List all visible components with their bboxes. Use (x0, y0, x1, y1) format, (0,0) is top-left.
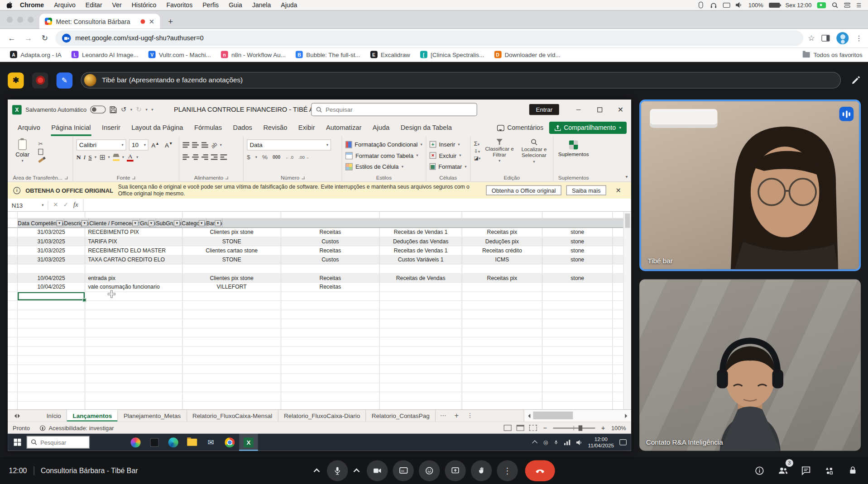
grid-cell[interactable] (182, 346, 281, 355)
more-sheets-icon[interactable]: ⋯ (436, 410, 451, 422)
cell-data-competencia[interactable] (18, 265, 85, 273)
menu-item[interactable]: Ajuda (276, 2, 302, 9)
address-bar[interactable]: meet.google.com/sxd-ugqf-shu?authuser=0 (55, 30, 803, 46)
grid-cell[interactable] (281, 356, 380, 364)
grid-cell[interactable] (380, 392, 462, 401)
clear-icon[interactable]: ◪▾ (474, 156, 481, 161)
sheet-nav-right-icon[interactable] (13, 410, 26, 422)
cell-categoria[interactable] (462, 283, 542, 291)
zoom-level[interactable]: 100% (611, 425, 626, 432)
cell-banco[interactable]: stone (542, 255, 613, 264)
table-header-cell[interactable]: Categoria ▼ (182, 218, 206, 228)
tray-volume-icon[interactable] (576, 440, 582, 445)
grid-cell[interactable] (462, 337, 542, 346)
cell-descricao[interactable]: TARIFA PIX (85, 237, 182, 246)
grid-cell[interactable] (462, 383, 542, 392)
grid-cell[interactable] (8, 274, 18, 282)
font-size-combo[interactable]: 10▾ (129, 139, 149, 150)
grid-cell[interactable] (542, 392, 613, 401)
cell-cliente-fornecedor[interactable]: Clientes pix stone (182, 274, 281, 282)
grid-cell[interactable] (380, 337, 462, 346)
filter-dropdown-icon[interactable]: ▼ (198, 220, 204, 226)
minimize-icon[interactable]: ─ (568, 100, 589, 119)
grid-cell[interactable] (8, 310, 18, 318)
mic-button[interactable] (327, 460, 348, 481)
borders-dropdown-icon[interactable]: ▾ (108, 155, 110, 159)
sheet-tab[interactable]: Lançamentos (67, 410, 118, 422)
grid-cell[interactable] (281, 292, 380, 300)
filter-dropdown-icon[interactable]: ▼ (132, 220, 138, 226)
excel-taskbar-icon[interactable]: X (239, 434, 258, 451)
align-left-icon[interactable] (182, 154, 189, 160)
cell-data-competencia[interactable]: 10/04/2025 (18, 283, 85, 291)
cell-descricao[interactable]: RECEBIMENTO ELO MASTER (85, 246, 182, 255)
ribbon-tab[interactable]: Layout da Página (126, 119, 189, 136)
font-color-dropdown-icon[interactable]: ▾ (136, 155, 138, 159)
grid-cell[interactable] (542, 328, 613, 337)
grid-cell[interactable] (542, 401, 613, 409)
grid-cell[interactable] (462, 365, 542, 373)
fill-color-dropdown-icon[interactable]: ▾ (122, 155, 124, 159)
filter-dropdown-icon[interactable]: ▼ (148, 220, 154, 226)
close-icon[interactable]: ✕ (610, 100, 631, 119)
bookmark-item[interactable]: n n8n - Workflow Au... (216, 49, 290, 60)
borders-icon[interactable]: ⊞ (99, 153, 105, 161)
menu-item[interactable]: Perfis (197, 2, 224, 9)
grid-cell[interactable] (380, 301, 462, 309)
grid-cell[interactable] (462, 319, 542, 328)
sheet-tab[interactable]: Relatorio_ContasPag (366, 410, 436, 422)
grid-cell[interactable] (462, 328, 542, 337)
grid-cell[interactable] (85, 392, 182, 401)
undo-dropdown-icon[interactable]: ▾ (130, 107, 132, 112)
grid-cell[interactable] (8, 374, 18, 383)
grid-cell[interactable] (462, 346, 542, 355)
grid-cell[interactable] (542, 374, 613, 383)
annotate-pen-icon[interactable] (849, 74, 862, 87)
grid-cell[interactable] (8, 328, 18, 337)
table-header-cell[interactable]: Data Competência ▼ (18, 218, 64, 228)
reactions-button[interactable] (419, 460, 440, 481)
side-panel-icon[interactable] (821, 35, 830, 42)
confirm-entry-icon[interactable]: ✓ (63, 201, 68, 209)
grid-cell[interactable] (462, 301, 542, 309)
grid-cell[interactable] (380, 401, 462, 409)
recording-button[interactable] (32, 72, 48, 88)
grid-cell[interactable] (85, 301, 182, 309)
grid-cell[interactable] (542, 383, 613, 392)
grid-cell[interactable] (18, 365, 85, 373)
percent-format-icon[interactable]: % (262, 154, 268, 161)
grid-cell[interactable] (85, 292, 182, 300)
mail-icon[interactable]: ✉ (201, 434, 221, 451)
format-painter-icon[interactable] (38, 158, 44, 163)
grid-cell[interactable] (8, 365, 18, 373)
zoom-slider-thumb[interactable] (579, 425, 583, 431)
grid-cell[interactable] (281, 401, 380, 409)
horizontal-scrollbar[interactable] (524, 410, 631, 422)
cell-categoria[interactable]: Receitas pix (462, 274, 542, 282)
grid-cell[interactable] (8, 319, 18, 328)
grid-cell[interactable] (8, 265, 18, 273)
cell-subgrupo[interactable]: Receitas de Vendas (380, 274, 462, 282)
cell-banco[interactable]: stone (542, 274, 613, 282)
grid-cell[interactable] (182, 310, 281, 318)
chrome-menu-icon[interactable]: ⋮ (855, 34, 863, 42)
name-box[interactable]: N13 ▾ (8, 199, 48, 211)
bookmark-item[interactable]: L Leonardo AI Image... (67, 49, 143, 60)
cell-descricao[interactable]: vale consumação funcionario (85, 283, 182, 291)
spotlight-icon[interactable] (831, 2, 839, 8)
grid-cell[interactable] (182, 328, 281, 337)
table-header-cell[interactable]: Descrição ▼ (64, 218, 90, 228)
grid-cell[interactable] (380, 328, 462, 337)
grid-cell[interactable] (18, 401, 85, 409)
grid-cell[interactable] (542, 356, 613, 364)
grid-cell[interactable] (85, 401, 182, 409)
increase-indent-icon[interactable] (221, 154, 227, 160)
host-controls-button[interactable] (846, 464, 859, 477)
reload-icon[interactable]: ↻ (39, 34, 51, 43)
grid-cell[interactable] (85, 319, 182, 328)
grid-cell[interactable] (281, 392, 380, 401)
cell-categoria[interactable]: Receitas pix (462, 228, 542, 237)
cell-subgrupo[interactable] (380, 283, 462, 291)
menu-item[interactable]: Ver (107, 2, 127, 9)
grid-cell[interactable] (8, 346, 18, 355)
